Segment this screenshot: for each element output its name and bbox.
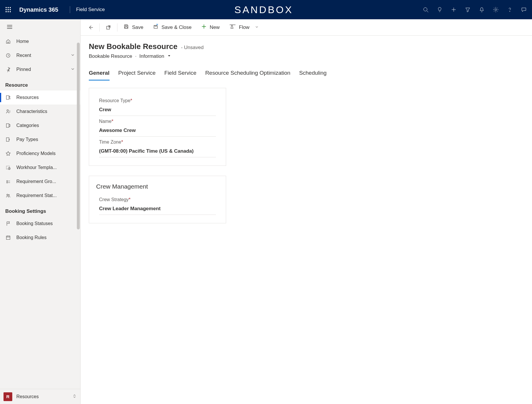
flow-button[interactable]: Flow [224,19,264,35]
clock-icon [5,53,11,58]
tab-project-service[interactable]: Project Service [118,67,156,81]
svg-point-8 [10,11,11,12]
svg-rect-20 [6,96,9,100]
field-timezone[interactable]: Time Zone* (GMT-08:00) Pacific Time (US … [89,137,226,157]
sidebar-item-home[interactable]: Home [0,34,80,48]
sidebar-item-resources[interactable]: Resources [0,90,80,105]
sidebar-scrollbar[interactable] [77,43,80,229]
plus-icon[interactable] [451,7,457,13]
save-close-button[interactable]: Save & Close [148,19,196,35]
sidebar-item-pay-types[interactable]: Pay Types [0,133,80,147]
field-value[interactable]: Awesome Crew [99,124,216,137]
new-label: New [210,25,220,30]
sidebar-item-label: Booking Statuses [16,221,53,226]
product-name[interactable]: Dynamics 365 [19,6,58,13]
header-divider [70,6,70,13]
form-header: New Bookable Resource - Unsaved Bookable… [81,36,532,62]
sidebar-item-workhour[interactable]: Workhour Templa... [0,161,80,175]
svg-point-5 [10,9,11,10]
svg-point-2 [10,7,11,8]
save-close-icon [153,24,159,31]
entity-name: Bookable Resource [89,53,132,59]
sidebar-item-label: Characteristics [16,109,47,114]
new-button[interactable]: New [196,19,224,35]
app-launcher-icon[interactable] [5,7,11,13]
tab-scheduling[interactable]: Scheduling [299,67,327,81]
sidebar-item-characteristics[interactable]: Characteristics [0,105,80,119]
tab-rso[interactable]: Resource Scheduling Optimization [205,67,290,81]
tab-field-service[interactable]: Field Service [164,67,197,81]
sidebar-item-proficiency[interactable]: Proficiency Models [0,147,80,161]
home-icon [5,39,11,44]
svg-point-33 [8,194,10,196]
section-crew-management: Crew Management Crew Strategy* Crew Lead… [89,176,226,223]
svg-point-14 [495,9,497,11]
sidebar-item-recent[interactable]: Recent [0,48,80,62]
sidebar-item-label: Requirement Stat... [16,193,57,198]
lightbulb-icon[interactable] [437,7,443,13]
sidebar-item-label: Workhour Templa... [16,165,57,170]
calendar-clock-icon [5,165,11,170]
group-list-icon [5,179,11,184]
help-icon[interactable] [507,7,513,13]
breadcrumb-separator: · [135,53,136,59]
filter-icon[interactable] [465,7,471,13]
tab-general[interactable]: General [89,67,110,81]
popout-button[interactable] [101,19,116,35]
field-value[interactable]: Crew Leader Management [99,202,216,215]
sidebar-item-categories[interactable]: Categories [0,119,80,133]
search-icon[interactable] [423,7,429,13]
gear-icon[interactable] [493,7,499,13]
area-initial: R [4,392,12,401]
flag-icon [5,221,11,227]
page-title: New Bookable Resource [89,42,177,51]
svg-point-9 [424,8,427,11]
sidebar-item-requirement-status[interactable]: Requirement Stat... [0,189,80,203]
sidebar-item-booking-rules[interactable]: Booking Rules [0,231,80,245]
chat-icon[interactable] [521,7,527,13]
field-crew-strategy[interactable]: Crew Strategy* Crew Leader Management [89,194,226,215]
sidebar-scroll: Home Recent Pinned [0,34,80,389]
content: Save Save & Close New Flow [81,19,532,404]
save-close-label: Save & Close [162,25,192,30]
form-body: Resource Type* Crew Name* Awesome Crew T… [81,81,344,230]
field-value[interactable]: (GMT-08:00) Pacific Time (US & Canada) [99,145,216,157]
save-icon [123,24,129,31]
svg-rect-42 [155,25,157,26]
save-label: Save [132,25,143,30]
sidebar: Home Recent Pinned [0,19,81,404]
form-name: Information [139,53,164,59]
svg-point-28 [7,180,8,182]
bell-icon[interactable] [479,7,485,13]
sidebar-item-booking-statuses[interactable]: Booking Statuses [0,217,80,231]
area-label: Resources [16,394,68,399]
chevron-updown-icon [72,393,77,400]
svg-point-6 [6,11,6,12]
save-button[interactable]: Save [119,19,148,35]
chevron-down-icon [70,53,75,58]
app-name[interactable]: Field Service [76,7,105,13]
back-button[interactable] [83,19,98,35]
field-resource-type[interactable]: Resource Type* Crew [89,95,226,116]
sidebar-item-label: Pinned [16,67,31,72]
sidebar-toggle[interactable] [0,19,80,34]
pin-icon [5,67,11,72]
section-title: Crew Management [89,183,226,194]
chevron-down-icon [70,67,75,72]
sidebar-item-requirement-groups[interactable]: Requirement Gro... [0,175,80,189]
star-icon [5,151,11,156]
field-label: Name* [99,119,216,124]
calendar-icon [5,235,11,241]
sidebar-item-pinned[interactable]: Pinned [0,62,80,76]
environment-label: SANDBOX [105,4,423,15]
global-header: Dynamics 365 Field Service SANDBOX [0,0,532,19]
svg-point-29 [7,182,8,183]
svg-rect-41 [125,27,127,28]
command-bar: Save Save & Close New Flow [81,19,532,36]
svg-point-32 [7,194,8,196]
field-value[interactable]: Crew [99,103,216,116]
sidebar-item-label: Requirement Gro... [16,179,56,184]
form-selector[interactable]: Bookable Resource · Information [89,53,524,59]
field-name[interactable]: Name* Awesome Crew [89,116,226,137]
area-switcher[interactable]: R Resources [0,389,80,404]
